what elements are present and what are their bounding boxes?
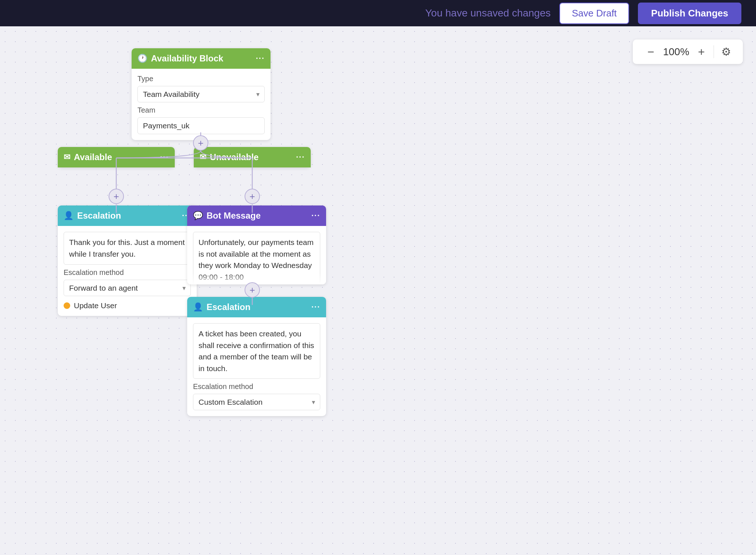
- available-header: ✉ Available ···: [58, 147, 175, 167]
- clip-overlay: [187, 273, 326, 284]
- availability-body: Type Team Availability Team: [132, 69, 271, 140]
- escalation-left-header-left: 👤 Escalation: [64, 211, 121, 221]
- save-draft-button[interactable]: Save Draft: [559, 3, 629, 24]
- bot-message-connector[interactable]: +: [245, 282, 260, 298]
- escalation-left-icon: 👤: [64, 211, 73, 220]
- bot-message-header-left: 💬 Bot Message: [193, 211, 261, 221]
- bot-message-menu[interactable]: ···: [311, 211, 320, 220]
- unsaved-text: You have unsaved changes: [425, 7, 551, 19]
- zoom-controls: − 100% + ⚙: [633, 39, 743, 64]
- unavailable-node: ✉ Unavailable ···: [194, 147, 311, 167]
- escalation-left-method-select[interactable]: Forward to an agent: [64, 280, 191, 296]
- bot-message-node: 💬 Bot Message ··· Unfortunately, our pay…: [187, 205, 326, 284]
- escalation-right-method-label: Escalation method: [193, 382, 320, 391]
- team-label: Team: [137, 106, 265, 114]
- escalation-left-body: Thank you for this. Just a moment while …: [58, 226, 197, 316]
- escalation-right-title: Escalation: [207, 302, 250, 312]
- availability-header: 🕐 Availability Block ···: [132, 48, 271, 69]
- team-input[interactable]: [137, 117, 265, 134]
- update-user-dot: [64, 302, 70, 309]
- available-title: Available: [74, 152, 112, 162]
- availability-connector[interactable]: +: [193, 135, 208, 151]
- escalation-right-body: A ticket has been created, you shall rec…: [187, 317, 326, 416]
- unavailable-icon: ✉: [200, 152, 206, 162]
- bot-message-body: Unfortunately, our payments team is not …: [187, 226, 326, 284]
- type-select-wrapper: Team Availability: [137, 86, 265, 102]
- top-bar: You have unsaved changes Save Draft Publ…: [0, 0, 756, 26]
- escalation-left-message: Thank you for this. Just a moment while …: [64, 232, 191, 265]
- unavailable-menu[interactable]: ···: [296, 152, 305, 162]
- available-connector[interactable]: +: [109, 189, 124, 204]
- zoom-level: 100%: [660, 46, 692, 58]
- update-user-row: Update User: [64, 301, 191, 310]
- publish-button[interactable]: Publish Changes: [638, 3, 741, 24]
- escalation-right-header: 👤 Escalation ···: [187, 297, 326, 317]
- bot-icon: 💬: [193, 211, 203, 220]
- update-user-text: Update User: [74, 301, 117, 310]
- flow-canvas: − 100% + ⚙: [0, 26, 756, 555]
- availability-menu[interactable]: ···: [256, 54, 265, 63]
- escalation-left-header: 👤 Escalation ···: [58, 205, 197, 226]
- escalation-left-node: 👤 Escalation ··· Thank you for this. Jus…: [58, 205, 197, 316]
- escalation-right-message: A ticket has been created, you shall rec…: [193, 323, 320, 379]
- unavailable-connector[interactable]: +: [245, 189, 260, 204]
- unavailable-header: ✉ Unavailable ···: [194, 147, 311, 167]
- bot-message-header: 💬 Bot Message ···: [187, 205, 326, 226]
- escalation-right-method-wrapper: Custom Escalation: [193, 394, 320, 410]
- settings-button[interactable]: ⚙: [714, 45, 734, 58]
- unavailable-header-left: ✉ Unavailable: [200, 152, 258, 162]
- bot-message-title: Bot Message: [207, 211, 261, 221]
- type-label: Type: [137, 75, 265, 83]
- unavailable-title: Unavailable: [210, 152, 258, 162]
- availability-title: Availability Block: [151, 53, 223, 64]
- available-menu[interactable]: ···: [160, 152, 169, 162]
- escalation-left-method-wrapper: Forward to an agent: [64, 280, 191, 296]
- escalation-right-icon: 👤: [193, 302, 203, 312]
- clock-icon: 🕐: [137, 54, 147, 63]
- available-icon: ✉: [64, 152, 70, 162]
- escalation-left-method-label: Escalation method: [64, 268, 191, 277]
- availability-block-node: 🕐 Availability Block ··· Type Team Avail…: [132, 48, 271, 140]
- escalation-right-menu[interactable]: ···: [311, 302, 320, 312]
- zoom-out-button[interactable]: −: [642, 46, 660, 58]
- escalation-left-title: Escalation: [77, 211, 121, 221]
- gear-icon: ⚙: [721, 46, 731, 58]
- available-header-left: ✉ Available: [64, 152, 112, 162]
- escalation-right-method-select[interactable]: Custom Escalation: [193, 394, 320, 410]
- escalation-right-node: 👤 Escalation ··· A ticket has been creat…: [187, 297, 326, 416]
- available-node: ✉ Available ···: [58, 147, 175, 167]
- availability-header-left: 🕐 Availability Block: [137, 53, 223, 64]
- type-select[interactable]: Team Availability: [137, 86, 265, 102]
- escalation-right-header-left: 👤 Escalation: [193, 302, 250, 312]
- zoom-in-button[interactable]: +: [692, 46, 711, 58]
